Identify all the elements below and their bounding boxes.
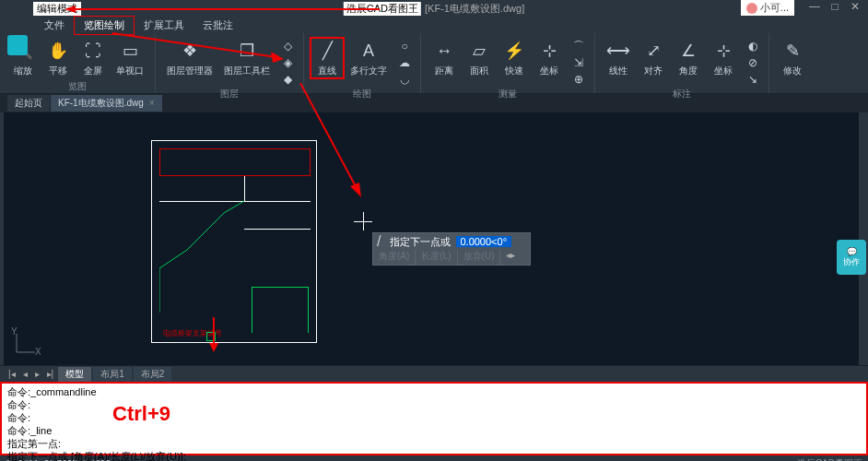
area-icon: ▱	[467, 39, 491, 63]
modify-icon: ✎	[780, 39, 804, 63]
command-panel[interactable]: 命令:_commandline 命令: 命令: 命令:_line 指定第一点: …	[0, 382, 868, 455]
maximize-button[interactable]: □	[826, 0, 844, 15]
menu-view-draw[interactable]: 览图绘制	[74, 16, 135, 35]
align-dim-icon: ⤢	[641, 39, 665, 63]
tool-layer-toolbar[interactable]: ❒图层工具栏	[218, 37, 276, 79]
layer-lock-icon[interactable]: ◆	[277, 72, 298, 87]
arc-icon[interactable]: ⌒	[569, 39, 589, 53]
group-label-measure: 测量	[421, 87, 594, 101]
dyn-opt-angle[interactable]: 角度(A)	[373, 250, 416, 265]
viewport-icon: ▭	[118, 39, 142, 63]
scale-icon[interactable]: ⇲	[569, 55, 589, 70]
ribbon-group-measure: ↔距离 ▱面积 ⚡快速 ⊹坐标 ⌒ ⇲ ⊕ 测量	[421, 33, 595, 93]
user-name: 小可...	[760, 1, 789, 15]
tool-pan[interactable]: ✋平移	[41, 37, 76, 79]
group-label-layer: 图层	[156, 87, 303, 101]
dyn-nav-icon[interactable]: ◂▸	[500, 250, 521, 265]
tool-linear[interactable]: ⟷线性	[601, 37, 636, 79]
dyn-opt-undo[interactable]: 放弃(U)	[458, 250, 501, 265]
ribbon-group-layer: ❖图层管理器 ❒图层工具栏 ◇ ◈ ◆ 图层	[156, 33, 304, 93]
group-label-draw: 绘图	[304, 87, 420, 101]
cmd-line-5: 指定第一点:	[7, 437, 861, 450]
layout-next[interactable]: ▸	[32, 369, 42, 379]
close-button[interactable]: ✕	[846, 0, 864, 15]
minimize-button[interactable]: —	[805, 0, 824, 15]
chat-icon: 💬	[847, 247, 857, 256]
layer-off-icon[interactable]: ◇	[277, 39, 298, 53]
tool-line[interactable]: ╱直线	[310, 37, 345, 79]
cmd-line-6: 指定下一点或 [角度(A)/长度(L)/放弃(U)]:	[7, 450, 861, 461]
layout-2[interactable]: 布局2	[134, 367, 172, 382]
menu-file[interactable]: 文件	[35, 17, 74, 34]
distance-icon: ↔	[432, 39, 456, 63]
tool-layer-manager[interactable]: ❖图层管理器	[161, 37, 218, 79]
tool-distance[interactable]: ↔距离	[427, 37, 462, 79]
user-avatar-icon	[746, 3, 757, 14]
revcloud-icon[interactable]: ◡	[394, 72, 415, 87]
tool-area[interactable]: ▱面积	[462, 37, 497, 79]
app-title: 浩辰CAD看图王	[344, 2, 421, 16]
tool-viewport[interactable]: ▭单视口	[111, 37, 149, 79]
chat-label: 协作	[843, 256, 860, 268]
app-icon[interactable]	[7, 35, 28, 55]
window-title: 浩辰CAD看图王 [KF-1电缆敷设图.dwg]	[344, 2, 524, 16]
group-label-view: 览图	[0, 79, 155, 94]
layout-model[interactable]: 模型	[58, 367, 91, 382]
title-bar: 编辑模式 浩辰CAD看图王 [KF-1电缆敷设图.dwg] 小可... — □ …	[0, 0, 868, 17]
cloud-icon[interactable]: ☁	[394, 55, 415, 70]
ribbon-group-modify: ✎修改	[769, 33, 815, 93]
menu-cloud-annotate[interactable]: 云批注	[194, 17, 242, 34]
ucs-icon: YX	[11, 330, 39, 360]
user-panel[interactable]: 小可...	[741, 0, 794, 16]
tool-coord[interactable]: ⊹坐标	[532, 37, 567, 79]
layout-last[interactable]: ▸|	[44, 369, 57, 379]
layers-icon: ❖	[178, 39, 202, 63]
drawing-canvas[interactable]: 电缆桥架支架编号 YX / 指定下一点或 0.0000<0° 角度(A) 长度(…	[0, 112, 868, 365]
title-filename: [KF-1电缆敷设图.dwg]	[425, 2, 524, 16]
leader-icon[interactable]: ↘	[743, 72, 763, 87]
dynamic-input-field[interactable]: 0.0000<0°	[456, 236, 511, 247]
group-label-annotate: 标注	[595, 87, 768, 101]
measure-mini-tools: ⌒ ⇲ ⊕	[569, 39, 589, 87]
layer-freeze-icon[interactable]: ◈	[277, 55, 298, 70]
cmd-line-1: 命令:_commandline	[7, 385, 861, 398]
fullscreen-icon: ⛶	[81, 39, 105, 63]
window-controls: — □ ✕	[805, 0, 864, 15]
dynamic-input: / 指定下一点或 0.0000<0° 角度(A) 长度(L) 放弃(U) ◂▸	[372, 232, 531, 266]
tab-start[interactable]: 起始页	[7, 95, 50, 112]
tool-fullscreen[interactable]: ⛶全屏	[76, 37, 111, 79]
layout-first[interactable]: |◂	[6, 369, 18, 379]
circle-icon[interactable]: ○	[394, 39, 415, 53]
tool-quick[interactable]: ⚡快速	[497, 37, 532, 79]
collaborate-button[interactable]: 💬 协作	[837, 240, 866, 275]
annotate-mini-tools: ◐ ⊘ ↘	[743, 39, 763, 87]
tool-modify[interactable]: ✎修改	[775, 37, 810, 79]
id-icon[interactable]: ⊕	[569, 72, 589, 87]
tool-angle[interactable]: ∠角度	[671, 37, 706, 79]
radius-icon[interactable]: ◐	[743, 39, 763, 53]
ribbon-group-annotate: ⟷线性 ⤢对齐 ∠角度 ⊹坐标 ◐ ⊘ ↘ 标注	[595, 33, 769, 93]
draw-mini-tools: ○ ☁ ◡	[394, 39, 415, 87]
dynamic-prompt: 指定下一点或	[384, 235, 456, 249]
line-icon: ╱	[315, 39, 339, 63]
tool-mtext[interactable]: A多行文字	[345, 37, 393, 79]
layout-prev[interactable]: ◂	[20, 369, 30, 379]
tab-file[interactable]: KF-1电缆敷设图.dwg×	[51, 95, 162, 112]
layer-toolbar-icon: ❒	[235, 39, 259, 63]
dyn-opt-length[interactable]: 长度(L)	[416, 250, 457, 265]
layer-mini-tools: ◇ ◈ ◆	[277, 39, 298, 87]
layout-tabs: |◂ ◂ ▸ ▸| 模型 布局1 布局2	[0, 365, 868, 382]
edit-mode-badge: 编辑模式	[33, 2, 81, 16]
menu-bar: 文件 览图绘制 扩展工具 云批注	[0, 17, 868, 33]
green-rect	[252, 287, 309, 333]
tool-coord2[interactable]: ⊹坐标	[706, 37, 741, 79]
tool-align[interactable]: ⤢对齐	[636, 37, 671, 79]
quick-icon: ⚡	[502, 39, 526, 63]
angle-dim-icon: ∠	[676, 39, 700, 63]
crosshair-cursor	[354, 212, 372, 230]
menu-ext-tools[interactable]: 扩展工具	[135, 17, 194, 34]
diameter-icon[interactable]: ⊘	[743, 55, 763, 70]
drawing-frame: 电缆桥架支架编号	[151, 140, 317, 343]
tab-close-icon[interactable]: ×	[149, 98, 155, 108]
layout-1[interactable]: 布局1	[93, 367, 132, 382]
